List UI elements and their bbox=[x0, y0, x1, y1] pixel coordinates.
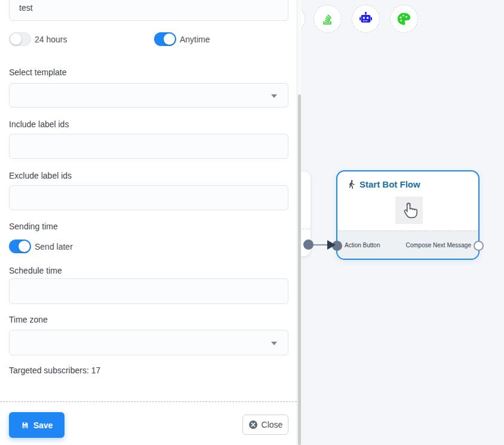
hand-pointer-cursor bbox=[395, 197, 423, 224]
close-button[interactable]: Close bbox=[242, 415, 288, 435]
include-label-ids-label: Include label ids bbox=[9, 119, 69, 129]
include-label-ids-input[interactable] bbox=[9, 134, 288, 159]
exclude-label-ids-label: Exclude label ids bbox=[9, 171, 72, 180]
sending-time-label: Sending time bbox=[9, 222, 58, 231]
floppy-disk-icon bbox=[21, 421, 29, 429]
anytime-toggle[interactable] bbox=[154, 32, 176, 46]
targeted-subscribers-text: Targeted subscribers: 17 bbox=[9, 366, 100, 375]
time-zone-dropdown[interactable] bbox=[9, 330, 288, 355]
close-button-label: Close bbox=[262, 420, 283, 429]
toolbar-stack-overflow-button[interactable] bbox=[314, 5, 342, 33]
chevron-down-icon bbox=[271, 94, 277, 98]
anytime-label: Anytime bbox=[180, 35, 210, 44]
24-hours-toggle[interactable] bbox=[9, 32, 31, 46]
footer-divider bbox=[0, 401, 297, 402]
start-bot-flow-node[interactable]: Start Bot Flow Action Button Compose Nex… bbox=[336, 170, 480, 260]
app-root: 24 hours Anytime Select template Include… bbox=[0, 0, 504, 445]
schedule-time-label: Schedule time bbox=[9, 266, 62, 275]
toggle-knob bbox=[164, 33, 175, 45]
stack-overflow-icon bbox=[320, 11, 336, 27]
compose-next-message-port-label: Compose Next Message bbox=[406, 242, 472, 248]
circle-x-icon bbox=[248, 420, 258, 429]
node-title: Start Bot Flow bbox=[359, 179, 420, 189]
send-later-toggle[interactable] bbox=[9, 240, 31, 253]
toggle-knob bbox=[19, 241, 30, 252]
time-zone-label: Time zone bbox=[9, 315, 48, 324]
send-later-label: Send later bbox=[35, 242, 73, 251]
toolbar-circle-hidden[interactable] bbox=[301, 5, 305, 33]
select-template-dropdown[interactable] bbox=[9, 83, 288, 108]
exclude-label-ids-input[interactable] bbox=[9, 185, 288, 210]
node-header: Start Bot Flow bbox=[337, 171, 478, 189]
toolbar-bot-button[interactable] bbox=[352, 5, 380, 33]
save-button[interactable]: Save bbox=[9, 412, 64, 438]
output-port[interactable] bbox=[474, 241, 484, 251]
broadcast-settings-panel: 24 hours Anytime Select template Include… bbox=[0, 0, 297, 445]
node-footer: Action Button Compose Next Message bbox=[337, 231, 478, 259]
24-hours-label: 24 hours bbox=[35, 35, 67, 44]
action-button-port-label: Action Button bbox=[345, 242, 380, 248]
connection-arrowhead bbox=[327, 240, 336, 250]
save-button-label: Save bbox=[33, 421, 53, 430]
toggle-knob bbox=[10, 33, 21, 45]
select-template-label: Select template bbox=[9, 67, 67, 77]
toolbar-theme-button[interactable] bbox=[390, 5, 418, 33]
schedule-time-input[interactable] bbox=[9, 278, 288, 304]
flow-canvas[interactable]: Start Bot Flow Action Button Compose Nex… bbox=[301, 0, 504, 445]
robot-icon bbox=[358, 11, 374, 27]
person-walking-icon bbox=[347, 180, 356, 189]
palette-icon bbox=[396, 11, 412, 27]
broadcast-name-input[interactable] bbox=[9, 0, 288, 21]
panel-scrollbar[interactable] bbox=[297, 0, 301, 445]
chevron-down-icon bbox=[271, 342, 277, 345]
connection-start-dot[interactable] bbox=[303, 240, 314, 250]
